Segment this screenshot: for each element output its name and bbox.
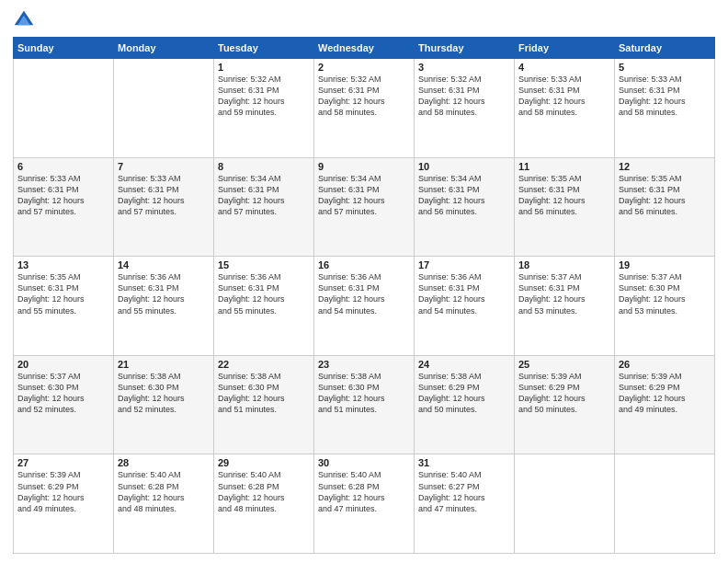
day-info: Sunrise: 5:34 AM Sunset: 6:31 PM Dayligh…: [318, 173, 410, 218]
day-number: 18: [518, 259, 610, 270]
weekday-header: Monday: [114, 38, 214, 59]
day-number: 8: [218, 161, 310, 172]
day-number: 7: [118, 161, 210, 172]
day-number: 5: [619, 62, 711, 73]
day-info: Sunrise: 5:33 AM Sunset: 6:31 PM Dayligh…: [619, 74, 711, 119]
day-info: Sunrise: 5:39 AM Sunset: 6:29 PM Dayligh…: [619, 371, 711, 416]
day-info: Sunrise: 5:33 AM Sunset: 6:31 PM Dayligh…: [118, 173, 210, 218]
day-info: Sunrise: 5:34 AM Sunset: 6:31 PM Dayligh…: [218, 173, 310, 218]
weekday-header: Wednesday: [314, 38, 415, 59]
day-info: Sunrise: 5:33 AM Sunset: 6:31 PM Dayligh…: [518, 74, 610, 119]
calendar-cell: 26Sunrise: 5:39 AM Sunset: 6:29 PM Dayli…: [615, 355, 715, 454]
day-info: Sunrise: 5:40 AM Sunset: 6:28 PM Dayligh…: [118, 469, 210, 514]
calendar-cell: 3Sunrise: 5:32 AM Sunset: 6:31 PM Daylig…: [415, 59, 515, 158]
day-info: Sunrise: 5:40 AM Sunset: 6:28 PM Dayligh…: [218, 469, 310, 514]
calendar-cell: 27Sunrise: 5:39 AM Sunset: 6:29 PM Dayli…: [14, 454, 114, 554]
calendar-cell: 8Sunrise: 5:34 AM Sunset: 6:31 PM Daylig…: [214, 157, 314, 257]
day-number: 28: [118, 457, 210, 468]
calendar-cell: 11Sunrise: 5:35 AM Sunset: 6:31 PM Dayli…: [515, 157, 615, 257]
day-info: Sunrise: 5:39 AM Sunset: 6:29 PM Dayligh…: [17, 469, 109, 514]
day-number: 1: [218, 62, 310, 73]
calendar-week-row: 1Sunrise: 5:32 AM Sunset: 6:31 PM Daylig…: [14, 59, 715, 158]
day-number: 29: [218, 457, 310, 468]
day-info: Sunrise: 5:35 AM Sunset: 6:31 PM Dayligh…: [17, 271, 109, 316]
day-number: 24: [418, 359, 510, 370]
day-info: Sunrise: 5:32 AM Sunset: 6:31 PM Dayligh…: [418, 74, 510, 119]
day-number: 19: [619, 259, 711, 270]
day-number: 16: [318, 259, 410, 270]
calendar-cell: 1Sunrise: 5:32 AM Sunset: 6:31 PM Daylig…: [214, 59, 314, 158]
day-info: Sunrise: 5:39 AM Sunset: 6:29 PM Dayligh…: [518, 371, 610, 416]
day-info: Sunrise: 5:40 AM Sunset: 6:28 PM Dayligh…: [318, 469, 410, 514]
day-info: Sunrise: 5:32 AM Sunset: 6:31 PM Dayligh…: [218, 74, 310, 119]
calendar-week-row: 6Sunrise: 5:33 AM Sunset: 6:31 PM Daylig…: [14, 157, 715, 257]
day-number: 15: [218, 259, 310, 270]
calendar-cell: 24Sunrise: 5:38 AM Sunset: 6:29 PM Dayli…: [415, 355, 515, 454]
day-info: Sunrise: 5:36 AM Sunset: 6:31 PM Dayligh…: [418, 271, 510, 316]
header: [13, 9, 715, 31]
calendar-cell: 16Sunrise: 5:36 AM Sunset: 6:31 PM Dayli…: [314, 257, 415, 356]
day-info: Sunrise: 5:35 AM Sunset: 6:31 PM Dayligh…: [518, 173, 610, 218]
weekday-header: Sunday: [14, 38, 114, 59]
calendar-cell: 17Sunrise: 5:36 AM Sunset: 6:31 PM Dayli…: [415, 257, 515, 356]
day-number: 6: [17, 161, 109, 172]
calendar-week-row: 13Sunrise: 5:35 AM Sunset: 6:31 PM Dayli…: [14, 257, 715, 356]
calendar-cell: 2Sunrise: 5:32 AM Sunset: 6:31 PM Daylig…: [314, 59, 415, 158]
calendar-cell: 10Sunrise: 5:34 AM Sunset: 6:31 PM Dayli…: [415, 157, 515, 257]
day-info: Sunrise: 5:38 AM Sunset: 6:30 PM Dayligh…: [318, 371, 410, 416]
day-info: Sunrise: 5:40 AM Sunset: 6:27 PM Dayligh…: [418, 469, 510, 514]
day-info: Sunrise: 5:32 AM Sunset: 6:31 PM Dayligh…: [318, 74, 410, 119]
day-number: 4: [518, 62, 610, 73]
page: SundayMondayTuesdayWednesdayThursdayFrid…: [0, 0, 728, 563]
calendar-cell: 25Sunrise: 5:39 AM Sunset: 6:29 PM Dayli…: [515, 355, 615, 454]
calendar-cell: 6Sunrise: 5:33 AM Sunset: 6:31 PM Daylig…: [14, 157, 114, 257]
day-info: Sunrise: 5:33 AM Sunset: 6:31 PM Dayligh…: [17, 173, 109, 218]
calendar-cell: 28Sunrise: 5:40 AM Sunset: 6:28 PM Dayli…: [114, 454, 214, 554]
calendar-cell: 20Sunrise: 5:37 AM Sunset: 6:30 PM Dayli…: [14, 355, 114, 454]
day-number: 2: [318, 62, 410, 73]
day-number: 22: [218, 359, 310, 370]
day-number: 25: [518, 359, 610, 370]
day-info: Sunrise: 5:38 AM Sunset: 6:30 PM Dayligh…: [118, 371, 210, 416]
calendar-cell: [14, 59, 114, 158]
calendar-cell: 14Sunrise: 5:36 AM Sunset: 6:31 PM Dayli…: [114, 257, 214, 356]
weekday-header: Friday: [515, 38, 615, 59]
calendar-cell: 29Sunrise: 5:40 AM Sunset: 6:28 PM Dayli…: [214, 454, 314, 554]
day-info: Sunrise: 5:36 AM Sunset: 6:31 PM Dayligh…: [318, 271, 410, 316]
calendar-table: SundayMondayTuesdayWednesdayThursdayFrid…: [13, 37, 715, 554]
day-number: 26: [619, 359, 711, 370]
calendar-cell: 19Sunrise: 5:37 AM Sunset: 6:30 PM Dayli…: [615, 257, 715, 356]
day-info: Sunrise: 5:36 AM Sunset: 6:31 PM Dayligh…: [218, 271, 310, 316]
day-number: 20: [17, 359, 109, 370]
day-number: 17: [418, 259, 510, 270]
day-info: Sunrise: 5:34 AM Sunset: 6:31 PM Dayligh…: [418, 173, 510, 218]
day-number: 12: [619, 161, 711, 172]
day-number: 14: [118, 259, 210, 270]
calendar-cell: [515, 454, 615, 554]
day-number: 9: [318, 161, 410, 172]
calendar-cell: 18Sunrise: 5:37 AM Sunset: 6:31 PM Dayli…: [515, 257, 615, 356]
logo: [13, 9, 39, 31]
day-number: 27: [17, 457, 109, 468]
calendar-cell: 23Sunrise: 5:38 AM Sunset: 6:30 PM Dayli…: [314, 355, 415, 454]
calendar-cell: 31Sunrise: 5:40 AM Sunset: 6:27 PM Dayli…: [415, 454, 515, 554]
day-number: 10: [418, 161, 510, 172]
calendar-cell: 9Sunrise: 5:34 AM Sunset: 6:31 PM Daylig…: [314, 157, 415, 257]
day-number: 11: [518, 161, 610, 172]
calendar-cell: [114, 59, 214, 158]
day-info: Sunrise: 5:37 AM Sunset: 6:30 PM Dayligh…: [619, 271, 711, 316]
weekday-header: Tuesday: [214, 38, 314, 59]
day-info: Sunrise: 5:36 AM Sunset: 6:31 PM Dayligh…: [118, 271, 210, 316]
calendar-cell: 15Sunrise: 5:36 AM Sunset: 6:31 PM Dayli…: [214, 257, 314, 356]
day-info: Sunrise: 5:37 AM Sunset: 6:31 PM Dayligh…: [518, 271, 610, 316]
day-number: 31: [418, 457, 510, 468]
day-number: 13: [17, 259, 109, 270]
calendar-cell: [615, 454, 715, 554]
day-number: 23: [318, 359, 410, 370]
weekday-header: Thursday: [415, 38, 515, 59]
calendar-cell: 21Sunrise: 5:38 AM Sunset: 6:30 PM Dayli…: [114, 355, 214, 454]
day-info: Sunrise: 5:35 AM Sunset: 6:31 PM Dayligh…: [619, 173, 711, 218]
day-info: Sunrise: 5:37 AM Sunset: 6:30 PM Dayligh…: [17, 371, 109, 416]
logo-icon: [13, 9, 35, 31]
calendar-cell: 4Sunrise: 5:33 AM Sunset: 6:31 PM Daylig…: [515, 59, 615, 158]
